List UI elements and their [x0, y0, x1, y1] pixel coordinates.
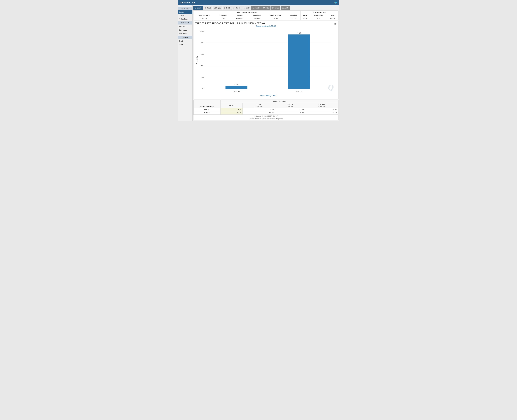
now-cell: 5.5% — [221, 108, 243, 111]
now-cell: 94.5% — [221, 111, 243, 115]
menu-icon[interactable]: ☰ — [334, 22, 337, 25]
sidebar-item-chart[interactable]: Chart — [178, 39, 192, 43]
prob-col: 1 DAY14 JUN 2022 — [243, 103, 275, 108]
prob-cell: 100.0 % — [326, 17, 338, 20]
twitter-icon[interactable]: 🐦 — [334, 1, 337, 4]
panel-right: PROBABILITIES EASENO CHANGEHIKE0.0 %0.0 … — [301, 11, 338, 20]
app-header: FedWatch Tool 🐦 — [178, 0, 339, 5]
meeting-tab-1-feb23[interactable]: 1 Feb23 — [242, 6, 251, 10]
info-cell: 98.8113 — [249, 17, 265, 20]
projected-note: 3/15/2023 and forward are projected meet… — [194, 117, 338, 120]
sidebar-section-target-rate: Target Rate — [178, 7, 192, 10]
chart-panel: TARGET RATE PROBABILITIES FOR 15 JUN 202… — [193, 21, 338, 99]
svg-text:80%: 80% — [201, 42, 204, 44]
sidebar: Target RateCurrentCompareProbabilitiesHi… — [178, 5, 193, 121]
sidebar-item-table[interactable]: Table — [178, 43, 192, 46]
prob-cell: 0.0 % — [310, 17, 327, 20]
sidebar-item-compare[interactable]: Compare — [178, 14, 192, 17]
svg-text:40%: 40% — [201, 65, 204, 67]
sidebar-item-current[interactable]: Current — [178, 10, 192, 14]
bar-chart: 0%20%40%60%80%100%Probability5.5%125-150… — [195, 28, 337, 98]
meeting-tab-15-mar23[interactable]: 15 Mar23 — [251, 6, 261, 10]
chart-subtitle: Current target rate is 75-100 — [195, 25, 337, 27]
svg-text:20%: 20% — [201, 76, 204, 78]
info-cell: ZQM2 — [215, 17, 231, 20]
svg-text:60%: 60% — [201, 53, 204, 55]
col-header-meeting-date: MEETING DATE — [194, 14, 215, 17]
svg-text:5.5%: 5.5% — [234, 83, 239, 85]
svg-text:125-150: 125-150 — [233, 90, 240, 92]
info-cell: 30 Jun 2022 — [231, 17, 249, 20]
prob-info-table: EASENO CHANGEHIKE0.0 %0.0 %100.0 % — [301, 14, 338, 20]
app-container: FedWatch Tool 🐦 Target RateCurrentCompar… — [178, 0, 339, 121]
info-cell: 118,559 — [265, 17, 286, 20]
svg-text:Probability: Probability — [196, 56, 198, 64]
prob-col: NOW * — [221, 103, 243, 108]
svg-text:150-175: 150-175 — [296, 90, 302, 92]
main-layout: Target RateCurrentCompareProbabilitiesHi… — [178, 5, 339, 121]
meeting-tab-14-dec22[interactable]: 14 Dec22 — [232, 6, 242, 10]
day1-cell: 96.5% — [243, 111, 275, 115]
prob-col: 1 MONTH13 MAY 2022 — [305, 103, 338, 108]
chart-wrapper: 0%20%40%60%80%100%Probability5.5%125-150… — [195, 28, 337, 98]
meeting-tab-26-jul23[interactable]: 26 Jul23 — [281, 6, 290, 10]
week1-cell: 8.2% — [275, 111, 305, 115]
meeting-tab-3-may23[interactable]: 3 May23 — [261, 6, 270, 10]
col-header-prior-oi: PRIOR OI — [286, 14, 300, 17]
meeting-tab-27-jul22[interactable]: 27 Jul22 — [203, 6, 212, 10]
panel-sections: MEETING INFORMATION MEETING DATECONTRACT… — [194, 11, 338, 20]
meeting-info-header: MEETING INFORMATION — [194, 11, 300, 14]
col-header-prior-volume: PRIOR VOLUME — [265, 14, 286, 17]
meeting-info-panel: MEETING INFORMATION MEETING DATECONTRACT… — [193, 10, 338, 20]
meeting-tab-15-jun22[interactable]: 15 Jun22 — [193, 6, 203, 10]
target-rate-cell: 125-150 — [194, 108, 221, 111]
meeting-tab-21-sep22[interactable]: 21 Sep22 — [213, 6, 222, 10]
svg-text:Target Rate (in bps): Target Rate (in bps) — [260, 94, 276, 97]
svg-rect-13 — [225, 86, 247, 89]
svg-rect-16 — [288, 34, 310, 89]
sidebar-item-historical[interactable]: Historical — [178, 25, 192, 28]
content-area: 15 Jun2227 Jul2221 Sep222 Nov2214 Dec221… — [193, 5, 339, 121]
panel-left: MEETING INFORMATION MEETING DATECONTRACT… — [194, 11, 301, 20]
prob-col: 1 WEEK8 JUN 2022 — [275, 103, 305, 108]
svg-text:0%: 0% — [202, 88, 204, 90]
meeting-tab-14-jun23[interactable]: 14 Jun23 — [271, 6, 280, 10]
col-header-expires: EXPIRES — [231, 14, 249, 17]
sidebar-section-dot-plot: Dot Plot — [178, 36, 192, 39]
col-header-mid-price: MID PRICE — [249, 14, 265, 17]
probability-header: PROBABILITY(%) — [221, 100, 338, 103]
svg-text:100%: 100% — [200, 30, 204, 32]
month1-cell: 86.4% — [305, 108, 338, 111]
sidebar-section-historical: Historical — [178, 21, 192, 24]
svg-text:94.5%: 94.5% — [297, 32, 301, 34]
app-title: FedWatch Tool — [180, 1, 195, 4]
target-rate-header: TARGET RATE (BPS) — [194, 100, 221, 108]
prob-col-header: NO CHANGE — [310, 14, 327, 17]
prob-panel-table: TARGET RATE (BPS)PROBABILITY(%)NOW *1 DA… — [194, 100, 338, 115]
prob-cell: 0.0 % — [301, 17, 310, 20]
month1-cell: 13.6% — [305, 111, 338, 115]
data-note: * Data as of 15 Jun 2022 07:48:14 CT — [194, 115, 338, 117]
info-cell: 199,185 — [286, 17, 300, 20]
probabilities-header: PROBABILITIES — [301, 11, 338, 14]
chart-title: TARGET RATE PROBABILITIES FOR 15 JUN 202… — [195, 22, 337, 25]
meeting-info-table: MEETING DATECONTRACTEXPIRESMID PRICEPRIO… — [194, 14, 300, 20]
sidebar-item-probabilities[interactable]: Probabilities — [178, 17, 192, 21]
week1-cell: 91.8% — [275, 108, 305, 111]
prob-panel: TARGET RATE (BPS)PROBABILITY(%)NOW *1 DA… — [193, 100, 338, 120]
target-rate-cell: 150-175 — [194, 111, 221, 115]
prob-col-header: EASE — [301, 14, 310, 17]
info-cell: 15 Jun 2022 — [194, 17, 215, 20]
col-header-contract: CONTRACT — [215, 14, 231, 17]
day1-cell: 3.5% — [243, 108, 275, 111]
sidebar-item-prior-hikes[interactable]: Prior Hikes — [178, 32, 192, 35]
prob-col-header: HIKE — [326, 14, 338, 17]
meeting-tab-2-nov22[interactable]: 2 Nov22 — [223, 6, 232, 10]
meeting-tabs: 15 Jun2227 Jul2221 Sep222 Nov2214 Dec221… — [193, 6, 338, 10]
sidebar-item-downloads[interactable]: Downloads — [178, 28, 192, 32]
